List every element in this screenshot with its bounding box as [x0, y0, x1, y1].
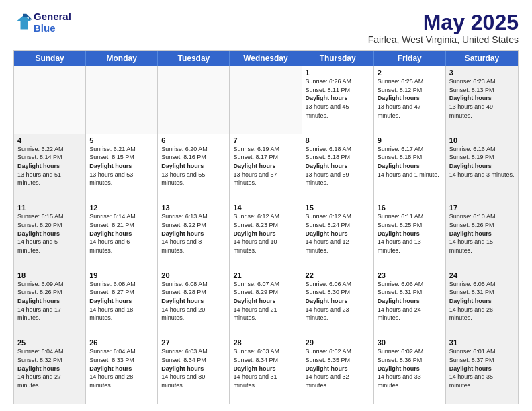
day-info: Sunrise: 6:14 AMSunset: 8:21 PMDaylight …: [89, 212, 154, 255]
calendar-week-2: 4 Sunrise: 6:22 AMSunset: 8:14 PMDayligh…: [14, 134, 518, 201]
calendar-cell: 15 Sunrise: 6:12 AMSunset: 8:24 PMDaylig…: [302, 201, 374, 269]
calendar-cell: 13 Sunrise: 6:13 AMSunset: 8:22 PMDaylig…: [158, 201, 230, 269]
daylight-label: Daylight hours: [89, 365, 132, 372]
calendar-cell: 3 Sunrise: 6:23 AMSunset: 8:13 PMDayligh…: [446, 66, 518, 134]
header-monday: Monday: [86, 51, 158, 66]
day-number: 13: [161, 203, 226, 212]
calendar-cell: [230, 66, 302, 134]
calendar-body: 1 Sunrise: 6:26 AMSunset: 8:11 PMDayligh…: [14, 66, 518, 404]
daylight-label: Daylight hours: [378, 365, 420, 372]
calendar-cell: 30 Sunrise: 6:02 AMSunset: 8:36 PMDaylig…: [374, 336, 446, 404]
day-info: Sunrise: 6:26 AMSunset: 8:11 PMDaylight …: [306, 77, 370, 120]
calendar-cell: 29 Sunrise: 6:02 AMSunset: 8:35 PMDaylig…: [302, 336, 374, 404]
daylight-label: Daylight hours: [161, 230, 204, 237]
day-number: 5: [89, 136, 154, 144]
daylight-label: Daylight hours: [378, 95, 420, 101]
calendar-header: Sunday Monday Tuesday Wednesday Thursday…: [14, 51, 518, 66]
calendar-week-1: 1 Sunrise: 6:26 AMSunset: 8:11 PMDayligh…: [14, 66, 518, 134]
calendar-cell: 26 Sunrise: 6:04 AMSunset: 8:33 PMDaylig…: [86, 336, 158, 404]
calendar-cell: 5 Sunrise: 6:21 AMSunset: 8:15 PMDayligh…: [86, 134, 158, 201]
calendar-cell: [158, 66, 230, 134]
day-number: 12: [89, 203, 154, 212]
day-number: 10: [449, 136, 515, 144]
day-number: 26: [89, 338, 154, 347]
day-number: 4: [17, 136, 82, 144]
calendar-cell: 16 Sunrise: 6:11 AMSunset: 8:25 PMDaylig…: [374, 201, 446, 269]
day-info: Sunrise: 6:22 AMSunset: 8:14 PMDaylight …: [17, 145, 82, 187]
daylight-label: Daylight hours: [306, 298, 348, 304]
daylight-label: Daylight hours: [89, 298, 132, 304]
logo-text: General Blue: [34, 11, 71, 34]
day-info: Sunrise: 6:08 AMSunset: 8:28 PMDaylight …: [161, 280, 226, 322]
calendar-cell: 4 Sunrise: 6:22 AMSunset: 8:14 PMDayligh…: [14, 134, 86, 201]
day-info: Sunrise: 6:17 AMSunset: 8:18 PMDaylight …: [378, 145, 442, 179]
calendar-cell: [86, 66, 158, 134]
calendar-week-4: 18 Sunrise: 6:09 AMSunset: 8:26 PMDaylig…: [14, 269, 518, 336]
day-number: 27: [161, 338, 226, 347]
day-info: Sunrise: 6:19 AMSunset: 8:17 PMDaylight …: [233, 145, 298, 187]
day-info: Sunrise: 6:02 AMSunset: 8:35 PMDaylight …: [306, 347, 370, 390]
day-number: 29: [306, 338, 370, 347]
day-info: Sunrise: 6:18 AMSunset: 8:18 PMDaylight …: [306, 145, 370, 187]
day-info: Sunrise: 6:01 AMSunset: 8:37 PMDaylight …: [449, 347, 515, 390]
day-info: Sunrise: 6:08 AMSunset: 8:27 PMDaylight …: [89, 280, 154, 322]
calendar-week-5: 25 Sunrise: 6:04 AMSunset: 8:32 PMDaylig…: [14, 336, 518, 404]
header-tuesday: Tuesday: [158, 51, 230, 66]
header: General Blue May 2025 Fairlea, West Virg…: [13, 11, 519, 45]
daylight-label: Daylight hours: [233, 230, 275, 237]
day-number: 23: [378, 271, 442, 279]
calendar-cell: 31 Sunrise: 6:01 AMSunset: 8:37 PMDaylig…: [446, 336, 518, 404]
logo: General Blue: [13, 11, 71, 34]
day-number: 20: [161, 271, 226, 279]
daylight-label: Daylight hours: [449, 298, 492, 304]
calendar-cell: 10 Sunrise: 6:16 AMSunset: 8:19 PMDaylig…: [446, 134, 518, 201]
day-info: Sunrise: 6:06 AMSunset: 8:30 PMDaylight …: [306, 280, 370, 322]
daylight-label: Daylight hours: [449, 163, 492, 169]
calendar-cell: 20 Sunrise: 6:08 AMSunset: 8:28 PMDaylig…: [158, 269, 230, 336]
calendar-cell: 1 Sunrise: 6:26 AMSunset: 8:11 PMDayligh…: [302, 66, 374, 134]
day-number: 11: [17, 203, 82, 212]
day-info: Sunrise: 6:15 AMSunset: 8:20 PMDaylight …: [17, 212, 82, 255]
day-info: Sunrise: 6:09 AMSunset: 8:26 PMDaylight …: [17, 280, 82, 322]
day-number: 8: [306, 136, 370, 144]
daylight-label: Daylight hours: [306, 365, 348, 372]
daylight-label: Daylight hours: [378, 230, 420, 237]
calendar-cell: 12 Sunrise: 6:14 AMSunset: 8:21 PMDaylig…: [86, 201, 158, 269]
header-sunday: Sunday: [14, 51, 86, 66]
daylight-label: Daylight hours: [233, 298, 275, 304]
day-number: 18: [17, 271, 82, 279]
calendar-cell: 19 Sunrise: 6:08 AMSunset: 8:27 PMDaylig…: [86, 269, 158, 336]
daylight-label: Daylight hours: [17, 163, 60, 169]
calendar-cell: 25 Sunrise: 6:04 AMSunset: 8:32 PMDaylig…: [14, 336, 86, 404]
calendar-cell: 9 Sunrise: 6:17 AMSunset: 8:18 PMDayligh…: [374, 134, 446, 201]
calendar-cell: 7 Sunrise: 6:19 AMSunset: 8:17 PMDayligh…: [230, 134, 302, 201]
day-number: 30: [378, 338, 442, 347]
day-info: Sunrise: 6:21 AMSunset: 8:15 PMDaylight …: [89, 145, 154, 187]
daylight-label: Daylight hours: [233, 163, 275, 169]
daylight-label: Daylight hours: [378, 163, 420, 169]
title-block: May 2025 Fairlea, West Virginia, United …: [368, 11, 519, 45]
calendar-cell: 28 Sunrise: 6:03 AMSunset: 8:34 PMDaylig…: [230, 336, 302, 404]
daylight-label: Daylight hours: [378, 298, 420, 304]
header-saturday: Saturday: [446, 51, 518, 66]
day-number: 7: [233, 136, 298, 144]
day-number: 21: [233, 271, 298, 279]
calendar-cell: 8 Sunrise: 6:18 AMSunset: 8:18 PMDayligh…: [302, 134, 374, 201]
day-info: Sunrise: 6:02 AMSunset: 8:36 PMDaylight …: [378, 347, 442, 390]
day-number: 1: [306, 68, 370, 77]
calendar-week-3: 11 Sunrise: 6:15 AMSunset: 8:20 PMDaylig…: [14, 201, 518, 269]
day-number: 3: [449, 68, 515, 77]
calendar-cell: 17 Sunrise: 6:10 AMSunset: 8:26 PMDaylig…: [446, 201, 518, 269]
day-number: 2: [378, 68, 442, 77]
day-info: Sunrise: 6:11 AMSunset: 8:25 PMDaylight …: [378, 212, 442, 255]
day-number: 9: [378, 136, 442, 144]
calendar-cell: 27 Sunrise: 6:03 AMSunset: 8:34 PMDaylig…: [158, 336, 230, 404]
daylight-label: Daylight hours: [161, 163, 204, 169]
day-info: Sunrise: 6:25 AMSunset: 8:12 PMDaylight …: [378, 77, 442, 120]
daylight-label: Daylight hours: [306, 163, 348, 169]
calendar-cell: [14, 66, 86, 134]
day-info: Sunrise: 6:04 AMSunset: 8:33 PMDaylight …: [89, 347, 154, 390]
calendar-cell: 11 Sunrise: 6:15 AMSunset: 8:20 PMDaylig…: [14, 201, 86, 269]
calendar-cell: 24 Sunrise: 6:05 AMSunset: 8:31 PMDaylig…: [446, 269, 518, 336]
day-number: 14: [233, 203, 298, 212]
